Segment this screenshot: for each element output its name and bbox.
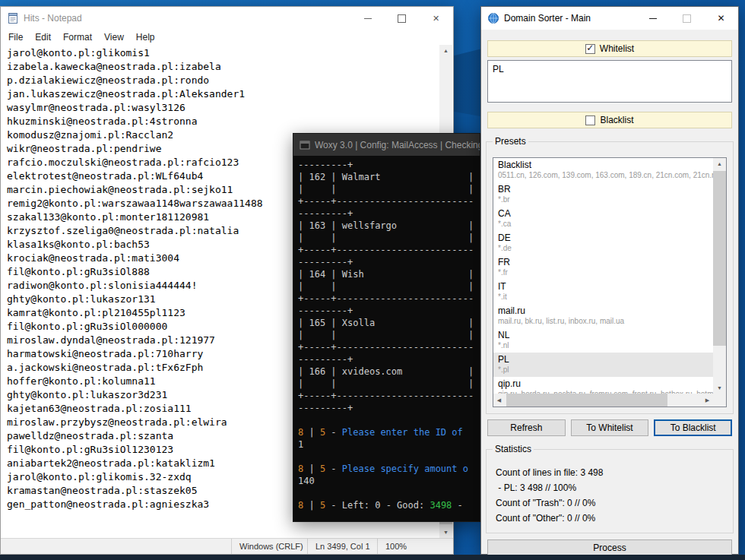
- presets-horizontal-scrollbar[interactable]: ◀ ▶: [493, 394, 713, 407]
- preset-item-it[interactable]: IT*.it: [493, 280, 713, 304]
- minimize-icon: [649, 18, 657, 19]
- sorter-minimize-button[interactable]: [636, 7, 670, 30]
- preset-actions: Refresh To Whitelist To Blacklist: [487, 419, 732, 436]
- woxy-titlebar[interactable]: Woxy 3.0 | Config: MailAccess | Checking: [293, 134, 480, 156]
- statistic-line: Count of "Other": 0 // 0%: [496, 511, 733, 526]
- preset-name: DE: [498, 233, 713, 243]
- notepad-statusbar: Windows (CRLF) Ln 3499, Col 1 100%: [1, 538, 453, 554]
- preset-name: FR: [498, 257, 713, 267]
- menu-view[interactable]: View: [98, 30, 130, 45]
- preset-desc: 0511.cn, 126.com, 139.com, 163.com, 189.…: [498, 170, 713, 180]
- console-line: [298, 451, 480, 463]
- preset-desc: *.fr: [498, 267, 713, 277]
- preset-desc: *.br: [498, 195, 713, 204]
- menu-edit[interactable]: Edit: [29, 30, 57, 45]
- notepad-title: Hits - Notepad: [24, 13, 350, 24]
- preset-desc: *.it: [498, 292, 713, 302]
- preset-item-de[interactable]: DE*.de: [493, 231, 713, 255]
- preset-item-qip-ru[interactable]: qip.ruqip.ru, borda.ru, pochta.ru, fromr…: [493, 377, 713, 394]
- scrollbar-thumb[interactable]: [713, 171, 726, 346]
- domain-sorter-body: ✓ Whitelist PL Blacklist Presets Blackli…: [481, 30, 738, 556]
- scrollbar-thumb[interactable]: [506, 394, 667, 407]
- statistic-line: Count of lines in file: 3 498: [496, 465, 733, 480]
- statistic-line: Count of "Trash": 0 // 0%: [496, 495, 733, 511]
- presets-legend: Presets: [493, 136, 528, 147]
- domain-sorter-titlebar[interactable]: Domain Sorter - Main ✕: [481, 7, 738, 30]
- minimize-icon: [364, 18, 372, 19]
- notepad-titlebar[interactable]: Hits - Notepad ✕: [1, 7, 453, 30]
- preset-item-mail-ru[interactable]: mail.rumail.ru, bk.ru, list.ru, inbox.ru…: [493, 304, 713, 328]
- preset-item-ca[interactable]: CA*.ca: [493, 207, 713, 231]
- whitelist-toggle[interactable]: ✓ Whitelist: [487, 40, 732, 57]
- scroll-down-icon[interactable]: ▼: [713, 382, 726, 394]
- scroll-down-icon[interactable]: ▼: [439, 527, 452, 538]
- process-button[interactable]: Process: [487, 539, 732, 556]
- presets-listbox[interactable]: Blacklist0511.cn, 126.com, 139.com, 163.…: [493, 157, 727, 407]
- woxy-console-window: Woxy 3.0 | Config: MailAccess | Checking…: [293, 133, 480, 522]
- sorter-maximize-button[interactable]: [670, 7, 704, 30]
- notepad-minimize-button[interactable]: [350, 7, 385, 30]
- presets-list: Blacklist0511.cn, 126.com, 139.com, 163.…: [493, 158, 713, 394]
- preset-item-pl[interactable]: PL*.pl: [493, 353, 713, 377]
- to-whitelist-button[interactable]: To Whitelist: [571, 419, 649, 436]
- scrollbar-corner: [713, 394, 726, 407]
- console-line: [298, 487, 480, 499]
- preset-desc: *.nl: [498, 340, 713, 350]
- close-icon: ✕: [717, 14, 724, 23]
- preset-name: qip.ru: [498, 378, 713, 389]
- preset-item-br[interactable]: BR*.br: [493, 182, 713, 207]
- domain-sorter-window: Domain Sorter - Main ✕ ✓ Whitelist PL Bl…: [480, 6, 739, 555]
- console-icon: [300, 140, 310, 150]
- presets-vertical-scrollbar[interactable]: ▲ ▼: [713, 158, 726, 394]
- refresh-button[interactable]: Refresh: [487, 419, 566, 436]
- whitelist-label: Whitelist: [600, 43, 634, 54]
- console-line: 1: [298, 438, 480, 451]
- preset-name: IT: [498, 281, 713, 292]
- whitelist-checkbox[interactable]: ✓: [585, 44, 595, 54]
- scrollbar-track[interactable]: [505, 394, 702, 407]
- preset-desc: *.ca: [498, 219, 713, 229]
- preset-item-nl[interactable]: NL*.nl: [493, 328, 713, 353]
- statistics-groupbox: Statistics Count of lines in file: 3 498…: [486, 444, 734, 533]
- statistics-legend: Statistics: [493, 444, 534, 454]
- maximize-icon: [683, 14, 691, 23]
- notepad-close-button[interactable]: ✕: [419, 7, 453, 30]
- console-line: 140: [298, 475, 480, 487]
- console-output[interactable]: ---------+ | 162 | Walmart | | | | +----…: [293, 156, 480, 521]
- check-icon: ✓: [586, 43, 594, 52]
- whitelist-textbox[interactable]: PL: [487, 60, 732, 103]
- sorter-close-button[interactable]: ✕: [704, 7, 738, 30]
- blacklist-toggle[interactable]: Blacklist: [487, 112, 732, 128]
- scroll-up-icon[interactable]: ▲: [713, 158, 726, 169]
- notepad-maximize-button[interactable]: [385, 7, 419, 30]
- domain-sorter-icon: [487, 12, 499, 24]
- console-line: 8 | 5 - Please enter the ID of: [298, 426, 480, 438]
- console-line: 8 | 5 - Please specify amount o: [298, 463, 480, 475]
- blacklist-checkbox[interactable]: [585, 115, 595, 125]
- statistic-line: - PL: 3 498 // 100%: [496, 480, 733, 495]
- blacklist-label: Blacklist: [600, 115, 633, 125]
- to-blacklist-button[interactable]: To Blacklist: [654, 419, 732, 436]
- preset-name: Blacklist: [498, 160, 713, 170]
- preset-name: mail.ru: [498, 305, 713, 316]
- scroll-up-icon[interactable]: ▲: [439, 45, 452, 56]
- console-table: ---------+ | 162 | Walmart | | | | +----…: [298, 159, 480, 426]
- scroll-right-icon[interactable]: ▶: [702, 394, 713, 407]
- notepad-menubar: File Edit Format View Help: [1, 30, 453, 45]
- menu-format[interactable]: Format: [57, 30, 98, 45]
- statusbar-encoding: Windows (CRLF): [231, 539, 307, 554]
- menu-help[interactable]: Help: [130, 30, 161, 45]
- preset-name: BR: [498, 184, 713, 195]
- scroll-left-icon[interactable]: ◀: [493, 394, 505, 407]
- preset-desc: mail.ru, bk.ru, list.ru, inbox.ru, mail.…: [498, 316, 713, 326]
- close-icon: ✕: [433, 14, 439, 23]
- preset-name: PL: [498, 354, 713, 365]
- console-status: 8 | 5 - Please enter the ID of1 8 | 5 - …: [298, 426, 480, 511]
- preset-item-blacklist[interactable]: Blacklist0511.cn, 126.com, 139.com, 163.…: [493, 158, 713, 182]
- preset-item-fr[interactable]: FR*.fr: [493, 255, 713, 280]
- taskbar[interactable]: [0, 555, 745, 560]
- statusbar-cursor-position: Ln 3499, Col 1: [307, 539, 377, 554]
- menu-file[interactable]: File: [2, 30, 29, 45]
- preset-desc: *.de: [498, 243, 713, 253]
- preset-name: CA: [498, 208, 713, 219]
